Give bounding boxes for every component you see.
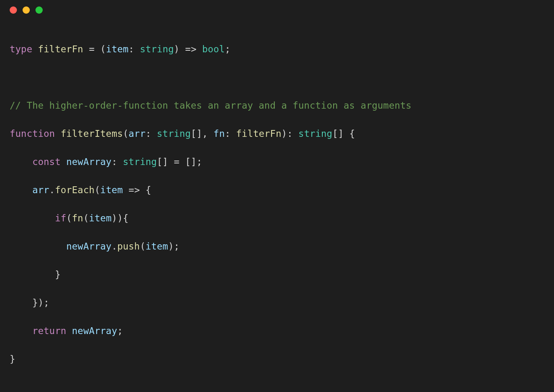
code-line: } xyxy=(10,352,544,366)
code-line: newArray.push(item); xyxy=(10,239,544,254)
code-window: type filterFn = (item: string) => bool; … xyxy=(0,0,554,392)
code-line: // The higher-order-function takes an ar… xyxy=(10,99,544,113)
keyword-return: return xyxy=(32,326,66,336)
close-icon[interactable] xyxy=(10,6,17,14)
type-name: filterFn xyxy=(38,44,83,54)
fn-filterItems: filterItems xyxy=(60,128,123,139)
code-editor[interactable]: type filterFn = (item: string) => bool; … xyxy=(0,20,554,392)
code-line: function filterItems(arr: string[], fn: … xyxy=(10,127,544,141)
type-bool: bool xyxy=(202,44,225,54)
code-line: arr.forEach(item => { xyxy=(10,183,544,197)
code-line: const newArray: string[] = []; xyxy=(10,155,544,169)
code-line: return newArray; xyxy=(10,324,544,338)
keyword-function: function xyxy=(10,128,55,139)
comment: // The higher-order-function takes an ar… xyxy=(10,100,411,111)
keyword-if: if xyxy=(55,213,66,223)
code-line: if(fn(item)){ xyxy=(10,211,544,225)
keyword-const: const xyxy=(32,157,60,167)
blank-line xyxy=(10,380,544,392)
code-line: type filterFn = (item: string) => bool; xyxy=(10,42,544,56)
param-fn: fn xyxy=(214,128,225,139)
window-titlebar xyxy=(0,0,554,20)
blank-line xyxy=(10,70,544,85)
zoom-icon[interactable] xyxy=(35,6,43,14)
param-arr: arr xyxy=(129,128,145,139)
keyword-type: type xyxy=(10,44,32,54)
var-newArray: newArray xyxy=(66,157,112,167)
code-line: } xyxy=(10,268,544,282)
type-string: string xyxy=(140,44,174,54)
method-forEach: forEach xyxy=(55,185,94,195)
code-line: }); xyxy=(10,296,544,310)
minimize-icon[interactable] xyxy=(23,6,30,14)
method-push: push xyxy=(117,241,140,252)
param-item: item xyxy=(106,44,129,54)
